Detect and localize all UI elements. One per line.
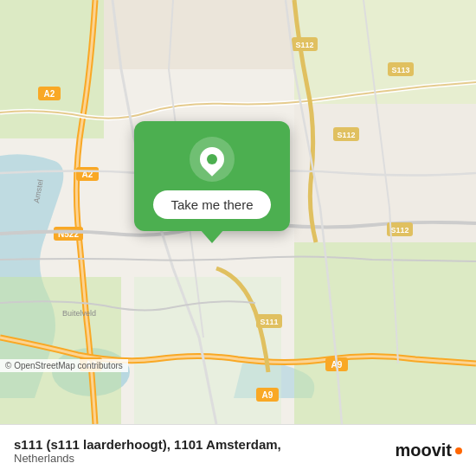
- svg-text:S111: S111: [260, 318, 278, 326]
- svg-rect-3: [294, 0, 476, 104]
- address-block: s111 (s111 laarderhoogt), 1101 Amsterdam…: [14, 437, 281, 465]
- moovit-dot-icon: [455, 447, 462, 454]
- svg-rect-7: [104, 0, 294, 69]
- svg-text:S113: S113: [391, 66, 409, 74]
- svg-text:S112: S112: [390, 226, 408, 235]
- moovit-logo: moovit: [395, 441, 462, 460]
- svg-text:Buitelveld: Buitelveld: [62, 309, 96, 318]
- svg-rect-4: [294, 242, 476, 424]
- address-line2: Netherlands: [14, 452, 281, 465]
- svg-text:A2: A2: [44, 89, 55, 99]
- address-line1: s111 (s111 laarderhoogt), 1101 Amsterdam…: [14, 437, 281, 452]
- location-icon-wrapper: [190, 137, 235, 182]
- svg-text:S112: S112: [295, 41, 313, 49]
- copyright-text: © OpenStreetMap contributors: [5, 361, 123, 370]
- popup-card: Take me there: [134, 121, 290, 231]
- map-container: A2 A2 N522 A9 A9 A9 S112 S113 S112 S112: [0, 0, 476, 424]
- svg-rect-6: [134, 277, 281, 424]
- svg-text:S112: S112: [337, 131, 355, 139]
- take-me-there-button[interactable]: Take me there: [153, 190, 270, 219]
- moovit-text: moovit: [395, 441, 452, 460]
- svg-text:A9: A9: [262, 390, 273, 400]
- info-bar: s111 (s111 laarderhoogt), 1101 Amsterdam…: [0, 424, 476, 476]
- location-pin-icon: [195, 142, 229, 177]
- copyright-bar: © OpenStreetMap contributors: [0, 359, 128, 372]
